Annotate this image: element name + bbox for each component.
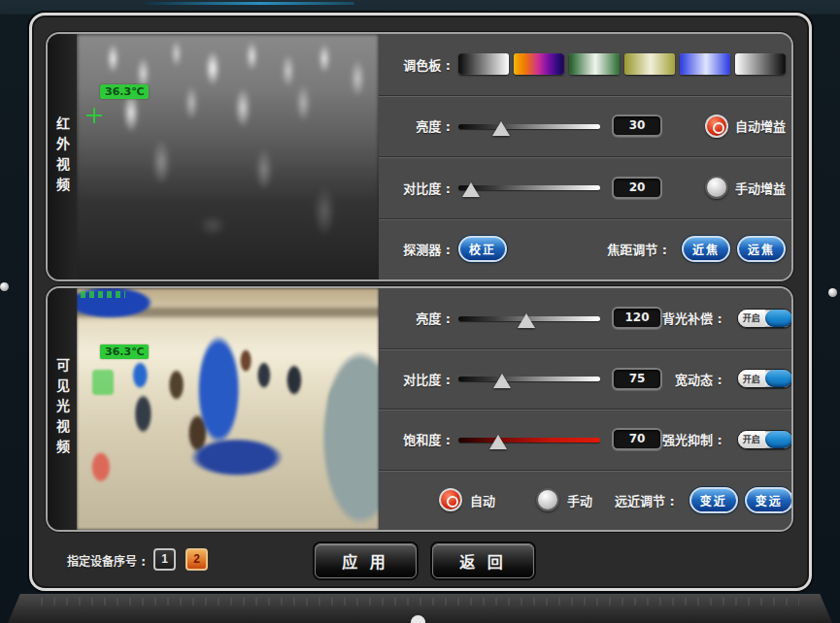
- vis-contrast-slider[interactable]: [458, 367, 600, 390]
- vis-saturation-row: 饱和度 : 70 强光抑制 : 开启: [379, 409, 793, 470]
- vis-saturation-value[interactable]: 70: [612, 428, 662, 450]
- ir-brightness-track[interactable]: [458, 124, 600, 129]
- vis-contrast-label: 对比度 :: [386, 370, 451, 388]
- infrared-controls: 调色板 : 亮度 : 30: [379, 34, 793, 279]
- visible-section: 可见光视频 36.3℃ 亮度 : 120: [46, 286, 793, 532]
- vis-brightness-slider[interactable]: [458, 307, 600, 330]
- palette-row: 调色板 :: [379, 34, 793, 95]
- monitor-mockup: 红外视频 36.3℃ 调色板 :: [0, 0, 840, 623]
- ir-brightness-value[interactable]: 30: [612, 115, 662, 137]
- visible-scene: [77, 288, 379, 530]
- zoom-far-button[interactable]: 变远: [745, 487, 793, 513]
- infrared-title-text: 红外视频: [52, 116, 72, 198]
- ir-brightness-thumb[interactable]: [492, 121, 510, 136]
- power-notch: [411, 615, 425, 623]
- osd-overlay: [81, 291, 125, 298]
- vis-saturation-label: 饱和度 :: [386, 430, 451, 448]
- wdr-label: 宽动态 :: [675, 370, 722, 388]
- vis-brightness-thumb[interactable]: [518, 313, 535, 328]
- visible-section-title: 可见光视频: [48, 288, 77, 530]
- ir-brightness-slider[interactable]: [458, 115, 600, 138]
- palette-swatch-blue[interactable]: [680, 53, 730, 75]
- wdr-toggle[interactable]: 开启: [737, 369, 793, 388]
- calibrate-button[interactable]: 校正: [458, 236, 507, 262]
- near-focus-button[interactable]: 近焦: [682, 236, 730, 262]
- temperature-crosshair-icon: [86, 108, 102, 123]
- app-window: 红外视频 36.3℃ 调色板 :: [29, 13, 812, 591]
- backlight-label: 背光补偿 :: [662, 309, 722, 327]
- detector-row: 探测器 : 校正 焦距调节 : 近焦 远焦: [379, 218, 793, 280]
- vis-contrast-value[interactable]: 75: [612, 368, 662, 390]
- bezel-dot-left: [0, 282, 9, 291]
- device-number-label: 指定设备序号 :: [67, 552, 146, 569]
- toggle-knob: [765, 310, 792, 327]
- device-2-button[interactable]: 2: [185, 548, 208, 571]
- visible-video-feed[interactable]: 36.3℃: [77, 288, 379, 530]
- vis-contrast-thumb[interactable]: [493, 374, 511, 388]
- vis-contrast-track[interactable]: [458, 377, 600, 381]
- infrared-scene: [77, 34, 379, 279]
- manual-gain-label: 手动增益: [735, 179, 786, 197]
- visible-controls: 亮度 : 120 背光补偿 : 开启 对比度 :: [379, 288, 793, 530]
- backlight-toggle[interactable]: 开启: [737, 309, 793, 328]
- vis-mode-row: 自动 手动 远近调节 : 变近 变远: [379, 470, 793, 531]
- palette-label: 调色板 :: [386, 55, 451, 74]
- far-focus-button[interactable]: 远焦: [737, 236, 786, 262]
- palette-swatch-iron[interactable]: [514, 53, 564, 75]
- ir-contrast-value[interactable]: 20: [612, 177, 662, 199]
- vis-brightness-label: 亮度 :: [386, 309, 451, 327]
- ir-contrast-slider[interactable]: [458, 176, 600, 199]
- palette-swatches: [458, 53, 786, 75]
- infrared-section-title: 红外视频: [48, 34, 77, 279]
- detection-highlight: [92, 370, 114, 395]
- toggle-knob: [765, 431, 792, 448]
- vis-saturation-track[interactable]: [458, 438, 600, 443]
- auto-mode-radio[interactable]: [439, 488, 462, 511]
- bezel-dot-right: [828, 288, 837, 297]
- device-1-button[interactable]: 1: [153, 548, 176, 571]
- vis-brightness-row: 亮度 : 120 背光补偿 : 开启: [379, 288, 793, 348]
- hlc-label: 强光抑制 :: [662, 430, 722, 448]
- palette-swatch-white-hot[interactable]: [458, 53, 509, 75]
- temperature-badge: 36.3℃: [100, 84, 149, 99]
- apply-button[interactable]: 应 用: [315, 543, 417, 578]
- infrared-section: 红外视频 36.3℃ 调色板 :: [46, 32, 793, 281]
- zoom-adjust-label: 远近调节 :: [615, 491, 675, 509]
- vis-brightness-value[interactable]: 120: [612, 307, 662, 329]
- vis-contrast-row: 对比度 : 75 宽动态 : 开启: [379, 348, 793, 410]
- palette-swatch-olive[interactable]: [624, 53, 675, 75]
- ir-brightness-row: 亮度 : 30 自动增益: [379, 95, 793, 157]
- back-button[interactable]: 返 回: [432, 543, 534, 578]
- detector-label: 探测器 :: [386, 240, 451, 258]
- ir-contrast-thumb[interactable]: [462, 182, 480, 197]
- palette-swatch-black-hot[interactable]: [735, 53, 786, 75]
- manual-mode-radio[interactable]: [536, 488, 559, 511]
- ir-brightness-label: 亮度 :: [386, 116, 451, 135]
- toggle-knob: [765, 370, 792, 387]
- focus-adjust-label: 焦距调节 :: [607, 240, 667, 258]
- infrared-video-feed[interactable]: 36.3℃: [77, 34, 379, 279]
- zoom-near-button[interactable]: 变近: [689, 487, 738, 513]
- temperature-badge: 36.3℃: [100, 344, 149, 359]
- manual-mode-label: 手动: [567, 491, 592, 509]
- top-accent-line: [146, 2, 354, 5]
- auto-mode-label: 自动: [470, 491, 495, 509]
- auto-gain-label: 自动增益: [735, 116, 786, 135]
- vis-saturation-thumb[interactable]: [489, 435, 507, 449]
- palette-swatch-green[interactable]: [569, 53, 620, 75]
- hlc-toggle[interactable]: 开启: [737, 430, 793, 449]
- visible-title-text: 可见光视频: [52, 358, 72, 460]
- auto-gain-radio[interactable]: [705, 115, 728, 138]
- ir-contrast-row: 对比度 : 20 手动增益: [379, 156, 793, 218]
- ir-contrast-label: 对比度 :: [386, 179, 451, 197]
- vis-saturation-slider[interactable]: [458, 428, 600, 451]
- manual-gain-radio[interactable]: [705, 176, 728, 199]
